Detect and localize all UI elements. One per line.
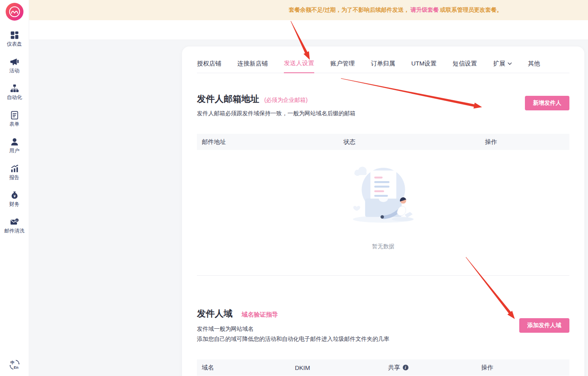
- automation-icon: [10, 84, 19, 93]
- dashboard-icon: [10, 31, 19, 40]
- tab-sms-settings[interactable]: 短信设置: [453, 59, 477, 73]
- logo-wave-icon: [6, 3, 23, 21]
- sender-domain-table: 域名 DKIM 共享 i 操作: [197, 359, 569, 376]
- section-title: 发件人域: [197, 308, 233, 319]
- section-description: 发件人邮箱必须跟发件域保持一致，一般为网站域名后缀的邮箱: [197, 110, 569, 117]
- sender-email-section: 发件人邮箱地址 (必须为企业邮箱) 发件人邮箱必须跟发件域保持一致，一般为网站域…: [197, 93, 569, 276]
- col-actions: 操作: [476, 364, 569, 372]
- table-header-row: 域名 DKIM 共享 i 操作: [197, 359, 569, 376]
- tab-authorized-stores[interactable]: 授权店铺: [197, 59, 221, 73]
- tab-utm-settings[interactable]: UTM设置: [411, 59, 437, 73]
- sidebar-label: 报告: [9, 175, 19, 181]
- sidebar-label: 表单: [9, 121, 19, 127]
- tab-others[interactable]: 其他: [528, 59, 540, 73]
- svg-text:En: En: [14, 365, 19, 370]
- empty-state: 暂无数据: [197, 150, 569, 276]
- sidebar-label: 财务: [9, 201, 19, 207]
- add-sender-button[interactable]: 新增发件人: [525, 96, 569, 110]
- svg-text:中: 中: [11, 360, 15, 365]
- sidebar-item-finance[interactable]: ¥ 财务: [0, 191, 29, 207]
- plan-warning-banner: 套餐余额不足/过期，为了不影响后续邮件发送， 请升级套餐 或联系管理员更改套餐。: [29, 0, 588, 20]
- col-domain: 域名: [197, 364, 290, 372]
- language-toggle[interactable]: 中 En: [9, 359, 20, 372]
- app-logo[interactable]: [6, 3, 23, 21]
- sidebar-label: 用户: [9, 148, 19, 154]
- sidebar-label: 活动: [9, 68, 19, 74]
- col-status: 状态: [338, 138, 480, 146]
- sidebar-item-reports[interactable]: 报告: [0, 164, 29, 181]
- sidebar-item-dashboard[interactable]: 仪表盘: [0, 31, 29, 47]
- sidebar-item-automation[interactable]: 自动化: [0, 84, 29, 101]
- tab-order-attribution[interactable]: 订单归属: [371, 59, 395, 73]
- shared-info-icon[interactable]: i: [403, 365, 408, 370]
- sidebar: 仪表盘 活动 自动化 表单 用户: [0, 0, 29, 376]
- sidebar-item-users[interactable]: 用户: [0, 137, 29, 154]
- tab-sender-settings[interactable]: 发送人设置: [284, 59, 314, 73]
- finance-icon: ¥: [10, 191, 19, 200]
- sidebar-item-forms[interactable]: 表单: [0, 111, 29, 127]
- tab-account-management[interactable]: 账户管理: [330, 59, 355, 73]
- svg-text:i: i: [16, 219, 17, 222]
- domain-verify-guide-link[interactable]: 域名验证指导: [241, 311, 278, 318]
- sidebar-label: 仪表盘: [7, 41, 22, 47]
- sidebar-label: 自动化: [7, 95, 22, 101]
- tab-connect-new-store[interactable]: 连接新店铺: [237, 59, 268, 73]
- settings-tabs: 授权店铺 连接新店铺 发送人设置 账户管理 订单归属 UTM设置 短信设置 扩展…: [197, 46, 569, 73]
- report-icon: [10, 164, 19, 173]
- sender-email-table: 邮件地址 状态 操作: [197, 134, 569, 276]
- mail-clean-icon: i: [10, 218, 19, 226]
- tab-extensions[interactable]: 扩展: [493, 59, 512, 73]
- col-shared: 共享 i: [383, 364, 476, 372]
- banner-text-prefix: 套餐余额不足/过期，为了不影响后续邮件发送，: [289, 6, 409, 14]
- user-icon: [10, 137, 19, 146]
- section-title-note: (必须为企业邮箱): [264, 97, 307, 103]
- add-sender-domain-button[interactable]: 添加发件人域: [519, 318, 569, 333]
- sidebar-label: 邮件清洗: [4, 228, 25, 234]
- chevron-down-icon: [508, 62, 512, 65]
- col-email-address: 邮件地址: [197, 138, 338, 146]
- col-actions: 操作: [480, 138, 569, 146]
- table-header-row: 邮件地址 状态 操作: [197, 134, 569, 150]
- col-dkim: DKIM: [290, 364, 383, 371]
- settings-card: 授权店铺 连接新店铺 发送人设置 账户管理 订单归属 UTM设置 短信设置 扩展…: [182, 46, 584, 376]
- form-icon: [10, 111, 19, 120]
- sidebar-item-campaigns[interactable]: 活动: [0, 57, 29, 74]
- empty-state-illustration: [343, 162, 424, 228]
- sidebar-item-email-cleaning[interactable]: i 邮件清洗: [0, 218, 29, 234]
- sender-domain-section: 发件人域 域名验证指导 发件域一般为网站域名 添加您自己的域可降低您的活动和自动…: [197, 308, 569, 376]
- section-description-2: 添加您自己的域可降低您的活动和自动化电子邮件进入垃圾邮件文件夹的几率: [197, 336, 569, 342]
- banner-text-suffix: 或联系管理员更改套餐。: [440, 6, 502, 14]
- upgrade-plan-link[interactable]: 请升级套餐: [410, 6, 439, 14]
- svg-text:¥: ¥: [13, 194, 16, 198]
- section-description-1: 发件域一般为网站域名: [197, 325, 569, 332]
- page-header-strip: [29, 20, 588, 40]
- megaphone-icon: [10, 57, 19, 66]
- language-zh-en-icon: 中 En: [9, 359, 20, 370]
- section-title: 发件人邮箱地址: [197, 94, 259, 104]
- empty-text: 暂无数据: [197, 243, 569, 250]
